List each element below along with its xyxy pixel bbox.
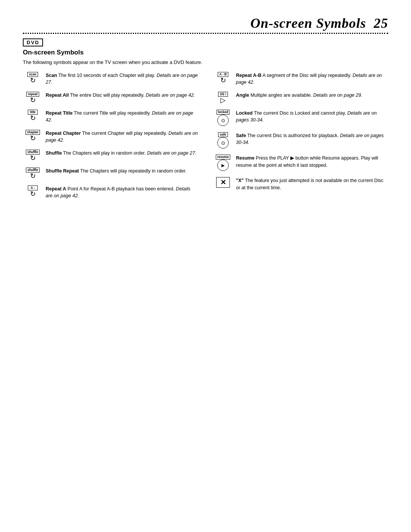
resume-text: Resume Press the PLAY ▶ button while Res… bbox=[236, 155, 388, 168]
repeat-all-icon-wrapper: repeat ↻ bbox=[23, 92, 43, 104]
safe-icon-wrapper: safe ⊙ bbox=[213, 132, 233, 149]
scan-icon-wrapper: scan ↻ bbox=[23, 72, 43, 84]
intro-text: The following symbols appear on the TV s… bbox=[23, 59, 388, 65]
repeat-a-badge: A - bbox=[28, 185, 38, 190]
symbol-entry-repeat-title: title ↻ Repeat Title The current Title w… bbox=[23, 110, 198, 123]
x-text: "X" The feature you just attempted is no… bbox=[236, 177, 388, 191]
left-column: scan ↻ Scan The first 10 seconds of each… bbox=[23, 72, 198, 205]
symbol-entry-repeat-a: A - ↻ Repeat A Point A for Repeat A-B pl… bbox=[23, 185, 198, 199]
symbol-entry-repeat-ab: A - B ↻ Repeat A-B A segment of the Disc… bbox=[213, 72, 388, 86]
locked-icon-wrapper: locked ⊙ bbox=[213, 110, 233, 126]
locked-badge: locked bbox=[217, 110, 230, 115]
repeat-all-text: Repeat All The entire Disc will play rep… bbox=[46, 92, 195, 99]
shuffle-badge: shuffle bbox=[26, 150, 40, 155]
symbol-entry-repeat-all: repeat ↻ Repeat All The entire Disc will… bbox=[23, 92, 198, 104]
shuffle-arrow: ↻ bbox=[30, 155, 36, 161]
safe-badge: safe bbox=[218, 132, 228, 137]
safe-circle: ⊙ bbox=[217, 137, 229, 149]
symbol-entry-scan: scan ↻ Scan The first 10 seconds of each… bbox=[23, 72, 198, 86]
page-title: On-screen Symbols 25 bbox=[250, 15, 388, 31]
symbols-grid: scan ↻ Scan The first 10 seconds of each… bbox=[23, 72, 388, 205]
repeat-chapter-arrow: ↻ bbox=[30, 135, 36, 142]
symbol-entry-shuffle: shuffle ↻ Shuffle The Chapters will play… bbox=[23, 150, 198, 161]
repeat-title-arrow: ↻ bbox=[30, 115, 36, 121]
repeat-ab-arrow: ↻ bbox=[220, 77, 226, 84]
shuffle-repeat-badge: shuffle bbox=[26, 168, 40, 173]
section-heading: On-screen Symbols bbox=[23, 49, 388, 56]
repeat-chapter-badge: chapter bbox=[25, 130, 40, 135]
shuffle-repeat-icon-wrapper: shuffle ↻ bbox=[23, 168, 43, 179]
repeat-all-arrow: ↻ bbox=[30, 97, 36, 104]
shuffle-repeat-text: Shuffle Repeat The Chapters will play re… bbox=[46, 168, 186, 174]
symbol-entry-resume: resume ▶ Resume Press the PLAY ▶ button … bbox=[213, 155, 388, 171]
shuffle-text: Shuffle The Chapters will play in random… bbox=[46, 150, 196, 157]
symbol-entry-safe: safe ⊙ Safe The current Disc is authoriz… bbox=[213, 132, 388, 149]
scan-arrow: ↻ bbox=[30, 77, 36, 84]
page-header: On-screen Symbols 25 bbox=[23, 15, 388, 31]
repeat-chapter-text: Repeat Chapter The current Chapter will … bbox=[46, 130, 198, 144]
locked-circle: ⊙ bbox=[217, 115, 229, 126]
resume-circle: ▶ bbox=[217, 160, 229, 171]
x-icon-wrapper: ✕ bbox=[213, 177, 233, 188]
repeat-a-text: Repeat A Point A for Repeat A-B playback… bbox=[46, 185, 198, 199]
repeat-title-text: Repeat Title The current Title will play… bbox=[46, 110, 198, 123]
repeat-chapter-icon-wrapper: chapter ↻ bbox=[23, 130, 43, 142]
safe-text: Safe The current Disc is authorized for … bbox=[236, 132, 388, 146]
dvd-badge: DVD bbox=[23, 38, 43, 46]
angle-icon-wrapper: 2/2 i ▷ bbox=[213, 92, 233, 104]
resume-badge: resume bbox=[216, 155, 230, 160]
shuffle-repeat-arrow: ↻ bbox=[30, 173, 36, 179]
repeat-a-arrow: ↻ bbox=[30, 190, 36, 197]
repeat-ab-text: Repeat A-B A segment of the Disc will pl… bbox=[236, 72, 388, 86]
repeat-ab-icon-wrapper: A - B ↻ bbox=[213, 72, 233, 84]
symbol-entry-x: ✕ "X" The feature you just attempted is … bbox=[213, 177, 388, 191]
symbol-entry-angle: 2/2 i ▷ Angle Multiple angles are availa… bbox=[213, 92, 388, 104]
repeat-title-icon-wrapper: title ↻ bbox=[23, 110, 43, 121]
symbol-entry-locked: locked ⊙ Locked The current Disc is Lock… bbox=[213, 110, 388, 126]
angle-arrow: ▷ bbox=[220, 97, 226, 104]
locked-text: Locked The current Disc is Locked and ca… bbox=[236, 110, 388, 123]
resume-icon-wrapper: resume ▶ bbox=[213, 155, 233, 171]
dotted-rule bbox=[23, 33, 388, 34]
angle-text: Angle Multiple angles are available. Det… bbox=[236, 92, 362, 99]
symbol-entry-repeat-chapter: chapter ↻ Repeat Chapter The current Cha… bbox=[23, 130, 198, 144]
right-column: A - B ↻ Repeat A-B A segment of the Disc… bbox=[213, 72, 388, 205]
scan-text: Scan The first 10 seconds of each Chapte… bbox=[46, 72, 198, 86]
x-icon-box: ✕ bbox=[216, 177, 230, 188]
repeat-a-icon-wrapper: A - ↻ bbox=[23, 185, 43, 197]
shuffle-icon-wrapper: shuffle ↻ bbox=[23, 150, 43, 161]
symbol-entry-shuffle-repeat: shuffle ↻ Shuffle Repeat The Chapters wi… bbox=[23, 168, 198, 179]
